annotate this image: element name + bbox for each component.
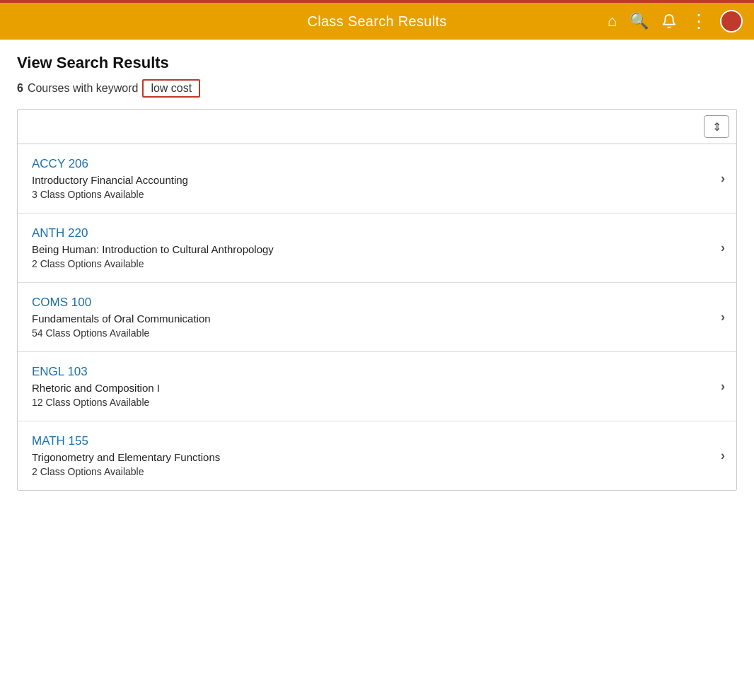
- course-info: ANTH 220 Being Human: Introduction to Cu…: [32, 226, 274, 269]
- bell-icon[interactable]: [661, 13, 677, 29]
- keyword-box: low cost: [142, 79, 200, 98]
- results-container: ⇕ ACCY 206 Introductory Financial Accoun…: [17, 109, 737, 491]
- page-header-title: Class Search Results: [307, 13, 446, 30]
- avatar[interactable]: [720, 10, 743, 33]
- main-content: View Search Results 6 Courses with keywo…: [0, 40, 754, 505]
- sort-icon: ⇕: [712, 120, 721, 134]
- course-name: Trigonometry and Elementary Functions: [32, 451, 220, 463]
- course-code: ENGL 103: [32, 365, 160, 379]
- course-options: 54 Class Options Available: [32, 327, 211, 339]
- course-item[interactable]: ACCY 206 Introductory Financial Accounti…: [18, 144, 736, 214]
- course-info: MATH 155 Trigonometry and Elementary Fun…: [32, 434, 220, 477]
- course-info: ENGL 103 Rhetoric and Composition I 12 C…: [32, 365, 160, 408]
- course-item[interactable]: ANTH 220 Being Human: Introduction to Cu…: [18, 214, 736, 283]
- results-count: 6: [17, 82, 23, 95]
- course-code: ANTH 220: [32, 226, 274, 240]
- course-options: 12 Class Options Available: [32, 397, 160, 408]
- chevron-right-icon: ›: [721, 171, 725, 186]
- course-item[interactable]: ENGL 103 Rhetoric and Composition I 12 C…: [18, 352, 736, 421]
- more-icon[interactable]: ⋮: [690, 11, 707, 33]
- course-item[interactable]: COMS 100 Fundamentals of Oral Communicat…: [18, 283, 736, 352]
- course-options: 3 Class Options Available: [32, 189, 188, 200]
- chevron-right-icon: ›: [721, 310, 725, 325]
- header-icons: ⌂ 🔍 ⋮: [608, 10, 743, 33]
- course-code: COMS 100: [32, 296, 211, 310]
- chevron-right-icon: ›: [721, 448, 725, 463]
- course-name: Rhetoric and Composition I: [32, 382, 160, 394]
- search-icon[interactable]: 🔍: [630, 12, 649, 30]
- sort-button[interactable]: ⇕: [704, 115, 729, 138]
- course-code: MATH 155: [32, 434, 220, 448]
- course-options: 2 Class Options Available: [32, 466, 220, 477]
- sort-bar: ⇕: [18, 110, 736, 144]
- course-item[interactable]: MATH 155 Trigonometry and Elementary Fun…: [18, 421, 736, 490]
- course-name: Fundamentals of Oral Communication: [32, 313, 211, 325]
- page-title: View Search Results: [17, 54, 737, 72]
- course-code: ACCY 206: [32, 157, 188, 171]
- course-name: Being Human: Introduction to Cultural An…: [32, 243, 274, 255]
- chevron-right-icon: ›: [721, 240, 725, 255]
- course-info: ACCY 206 Introductory Financial Accounti…: [32, 157, 188, 200]
- home-icon[interactable]: ⌂: [608, 12, 617, 30]
- results-label: Courses with keyword: [28, 82, 139, 95]
- chevron-right-icon: ›: [721, 379, 725, 394]
- course-name: Introductory Financial Accounting: [32, 174, 188, 186]
- top-bar: Class Search Results ⌂ 🔍 ⋮: [0, 0, 754, 40]
- course-options: 2 Class Options Available: [32, 258, 274, 269]
- course-info: COMS 100 Fundamentals of Oral Communicat…: [32, 296, 211, 339]
- results-summary: 6 Courses with keyword low cost: [17, 79, 737, 98]
